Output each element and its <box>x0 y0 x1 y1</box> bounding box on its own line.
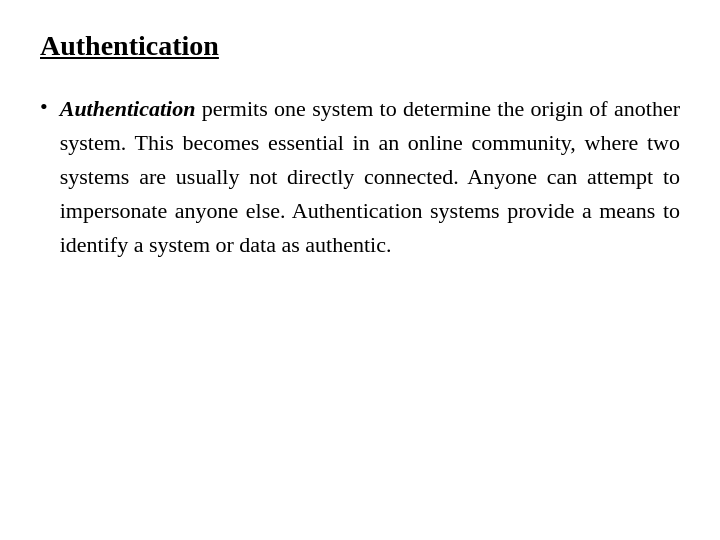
content-area: • Authentication permits one system to d… <box>40 92 680 262</box>
bullet-symbol: • <box>40 94 48 120</box>
bullet-item-1: • Authentication permits one system to d… <box>40 92 680 262</box>
authentication-bold-italic: Authentication <box>60 96 196 121</box>
page-container: Authentication • Authentication permits … <box>0 0 720 540</box>
bullet-text-1: Authentication permits one system to det… <box>60 92 680 262</box>
page-title: Authentication <box>40 30 680 62</box>
